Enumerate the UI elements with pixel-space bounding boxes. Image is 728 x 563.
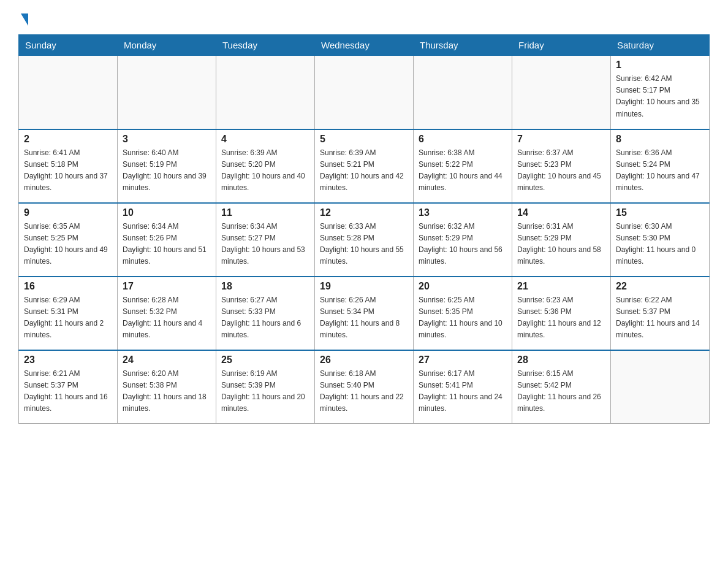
day-info: Sunrise: 6:22 AM Sunset: 5:37 PM Dayligh… <box>616 294 704 342</box>
calendar-cell <box>611 350 710 424</box>
day-number: 5 <box>320 134 408 145</box>
day-number: 4 <box>221 134 309 145</box>
calendar-cell: 3Sunrise: 6:40 AM Sunset: 5:19 PM Daylig… <box>118 129 216 203</box>
week-row-3: 9Sunrise: 6:35 AM Sunset: 5:25 PM Daylig… <box>19 203 710 277</box>
day-number: 2 <box>24 134 112 145</box>
day-info: Sunrise: 6:35 AM Sunset: 5:25 PM Dayligh… <box>24 221 112 268</box>
day-info: Sunrise: 6:15 AM Sunset: 5:42 PM Dayligh… <box>517 368 605 415</box>
day-info: Sunrise: 6:39 AM Sunset: 5:20 PM Dayligh… <box>221 147 309 194</box>
day-info: Sunrise: 6:23 AM Sunset: 5:36 PM Dayligh… <box>517 294 605 342</box>
calendar-cell: 10Sunrise: 6:34 AM Sunset: 5:26 PM Dayli… <box>118 203 216 277</box>
calendar-cell: 17Sunrise: 6:28 AM Sunset: 5:32 PM Dayli… <box>118 277 216 350</box>
calendar-cell: 9Sunrise: 6:35 AM Sunset: 5:25 PM Daylig… <box>19 203 118 277</box>
day-header-row: SundayMondayTuesdayWednesdayThursdayFrid… <box>19 35 710 56</box>
day-info: Sunrise: 6:34 AM Sunset: 5:26 PM Dayligh… <box>123 221 211 268</box>
calendar-cell: 21Sunrise: 6:23 AM Sunset: 5:36 PM Dayli… <box>512 277 611 350</box>
calendar-cell <box>216 56 315 129</box>
calendar-cell: 26Sunrise: 6:18 AM Sunset: 5:40 PM Dayli… <box>315 350 414 424</box>
day-header-wednesday: Wednesday <box>315 35 414 56</box>
day-number: 8 <box>616 134 704 145</box>
week-row-5: 23Sunrise: 6:21 AM Sunset: 5:37 PM Dayli… <box>19 350 710 424</box>
day-number: 16 <box>24 281 112 292</box>
calendar-cell: 4Sunrise: 6:39 AM Sunset: 5:20 PM Daylig… <box>216 129 315 203</box>
calendar-cell: 11Sunrise: 6:34 AM Sunset: 5:27 PM Dayli… <box>216 203 315 277</box>
day-info: Sunrise: 6:36 AM Sunset: 5:24 PM Dayligh… <box>616 147 704 194</box>
day-number: 22 <box>616 281 704 292</box>
day-info: Sunrise: 6:32 AM Sunset: 5:29 PM Dayligh… <box>419 221 507 268</box>
calendar-cell <box>315 56 414 129</box>
day-number: 7 <box>517 134 605 145</box>
calendar-cell: 23Sunrise: 6:21 AM Sunset: 5:37 PM Dayli… <box>19 350 118 424</box>
calendar-cell: 5Sunrise: 6:39 AM Sunset: 5:21 PM Daylig… <box>315 129 414 203</box>
week-row-1: 1Sunrise: 6:42 AM Sunset: 5:17 PM Daylig… <box>19 56 710 129</box>
day-info: Sunrise: 6:42 AM Sunset: 5:17 PM Dayligh… <box>616 73 704 120</box>
day-number: 6 <box>419 134 507 145</box>
calendar-cell: 8Sunrise: 6:36 AM Sunset: 5:24 PM Daylig… <box>611 129 710 203</box>
calendar-cell: 19Sunrise: 6:26 AM Sunset: 5:34 PM Dayli… <box>315 277 414 350</box>
day-info: Sunrise: 6:39 AM Sunset: 5:21 PM Dayligh… <box>320 147 408 194</box>
day-info: Sunrise: 6:40 AM Sunset: 5:19 PM Dayligh… <box>123 147 211 194</box>
day-info: Sunrise: 6:26 AM Sunset: 5:34 PM Dayligh… <box>320 294 408 342</box>
calendar-cell: 2Sunrise: 6:41 AM Sunset: 5:18 PM Daylig… <box>19 129 118 203</box>
calendar-cell: 20Sunrise: 6:25 AM Sunset: 5:35 PM Dayli… <box>414 277 512 350</box>
calendar-cell: 27Sunrise: 6:17 AM Sunset: 5:41 PM Dayli… <box>414 350 512 424</box>
calendar-cell: 1Sunrise: 6:42 AM Sunset: 5:17 PM Daylig… <box>611 56 710 129</box>
day-number: 1 <box>616 59 704 71</box>
logo-triangle-icon <box>21 13 28 26</box>
day-number: 15 <box>616 207 704 218</box>
day-number: 26 <box>320 354 408 366</box>
day-header-monday: Monday <box>118 35 216 56</box>
day-header-thursday: Thursday <box>414 35 512 56</box>
day-info: Sunrise: 6:41 AM Sunset: 5:18 PM Dayligh… <box>24 147 112 194</box>
calendar-cell: 15Sunrise: 6:30 AM Sunset: 5:30 PM Dayli… <box>611 203 710 277</box>
calendar-cell: 22Sunrise: 6:22 AM Sunset: 5:37 PM Dayli… <box>611 277 710 350</box>
day-number: 20 <box>419 281 507 292</box>
day-number: 10 <box>123 207 211 218</box>
day-number: 23 <box>24 354 112 366</box>
day-info: Sunrise: 6:28 AM Sunset: 5:32 PM Dayligh… <box>123 294 211 342</box>
day-info: Sunrise: 6:19 AM Sunset: 5:39 PM Dayligh… <box>221 368 309 415</box>
day-number: 11 <box>221 207 309 218</box>
day-info: Sunrise: 6:31 AM Sunset: 5:29 PM Dayligh… <box>517 221 605 268</box>
day-info: Sunrise: 6:18 AM Sunset: 5:40 PM Dayligh… <box>320 368 408 415</box>
day-info: Sunrise: 6:30 AM Sunset: 5:30 PM Dayligh… <box>616 221 704 268</box>
day-number: 24 <box>123 354 211 366</box>
calendar-table: SundayMondayTuesdayWednesdayThursdayFrid… <box>18 34 710 424</box>
day-number: 3 <box>123 134 211 145</box>
week-row-4: 16Sunrise: 6:29 AM Sunset: 5:31 PM Dayli… <box>19 277 710 350</box>
day-info: Sunrise: 6:38 AM Sunset: 5:22 PM Dayligh… <box>419 147 507 194</box>
day-header-tuesday: Tuesday <box>216 35 315 56</box>
calendar-cell: 7Sunrise: 6:37 AM Sunset: 5:23 PM Daylig… <box>512 129 611 203</box>
day-info: Sunrise: 6:17 AM Sunset: 5:41 PM Dayligh… <box>419 368 507 415</box>
week-row-2: 2Sunrise: 6:41 AM Sunset: 5:18 PM Daylig… <box>19 129 710 203</box>
day-number: 13 <box>419 207 507 218</box>
day-info: Sunrise: 6:21 AM Sunset: 5:37 PM Dayligh… <box>24 368 112 415</box>
calendar-cell: 18Sunrise: 6:27 AM Sunset: 5:33 PM Dayli… <box>216 277 315 350</box>
day-number: 21 <box>517 281 605 292</box>
calendar-cell: 28Sunrise: 6:15 AM Sunset: 5:42 PM Dayli… <box>512 350 611 424</box>
day-number: 9 <box>24 207 112 218</box>
day-header-saturday: Saturday <box>611 35 710 56</box>
calendar-cell <box>19 56 118 129</box>
day-info: Sunrise: 6:27 AM Sunset: 5:33 PM Dayligh… <box>221 294 309 342</box>
day-header-sunday: Sunday <box>19 35 118 56</box>
calendar-cell: 13Sunrise: 6:32 AM Sunset: 5:29 PM Dayli… <box>414 203 512 277</box>
day-number: 28 <box>517 354 605 366</box>
calendar-cell: 6Sunrise: 6:38 AM Sunset: 5:22 PM Daylig… <box>414 129 512 203</box>
day-number: 19 <box>320 281 408 292</box>
calendar-cell <box>118 56 216 129</box>
calendar-cell <box>414 56 512 129</box>
logo <box>18 12 28 25</box>
header <box>18 12 710 25</box>
calendar-cell: 14Sunrise: 6:31 AM Sunset: 5:29 PM Dayli… <box>512 203 611 277</box>
calendar-cell: 16Sunrise: 6:29 AM Sunset: 5:31 PM Dayli… <box>19 277 118 350</box>
calendar-cell: 12Sunrise: 6:33 AM Sunset: 5:28 PM Dayli… <box>315 203 414 277</box>
day-number: 17 <box>123 281 211 292</box>
day-info: Sunrise: 6:25 AM Sunset: 5:35 PM Dayligh… <box>419 294 507 342</box>
day-info: Sunrise: 6:34 AM Sunset: 5:27 PM Dayligh… <box>221 221 309 268</box>
calendar-cell: 25Sunrise: 6:19 AM Sunset: 5:39 PM Dayli… <box>216 350 315 424</box>
day-info: Sunrise: 6:29 AM Sunset: 5:31 PM Dayligh… <box>24 294 112 342</box>
day-number: 27 <box>419 354 507 366</box>
calendar-cell: 24Sunrise: 6:20 AM Sunset: 5:38 PM Dayli… <box>118 350 216 424</box>
day-number: 18 <box>221 281 309 292</box>
